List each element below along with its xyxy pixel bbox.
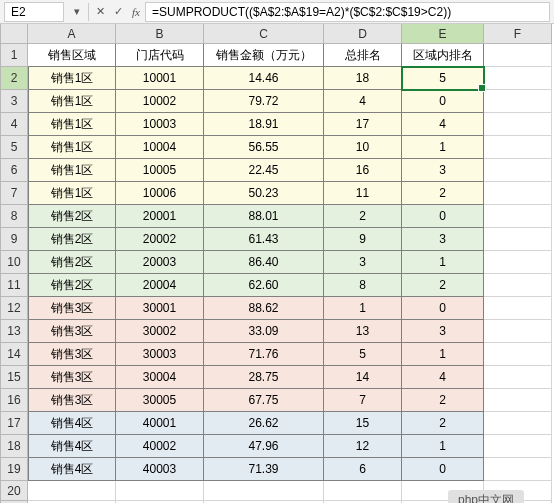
cell-C12[interactable]: 88.62: [204, 297, 324, 320]
cell-D14[interactable]: 5: [324, 343, 402, 366]
cell-B7[interactable]: 10006: [116, 182, 204, 205]
cell-A2[interactable]: 销售1区: [28, 67, 116, 90]
header-cell[interactable]: 销售金额（万元）: [204, 44, 324, 67]
cell-B8[interactable]: 20001: [116, 205, 204, 228]
cell-C9[interactable]: 61.43: [204, 228, 324, 251]
empty-cell[interactable]: [484, 159, 552, 182]
col-header-B[interactable]: B: [116, 24, 204, 44]
cell-C10[interactable]: 86.40: [204, 251, 324, 274]
cell-A4[interactable]: 销售1区: [28, 113, 116, 136]
empty-cell[interactable]: [484, 113, 552, 136]
cell-C8[interactable]: 88.01: [204, 205, 324, 228]
cell-C5[interactable]: 56.55: [204, 136, 324, 159]
empty-cell[interactable]: [484, 205, 552, 228]
col-header-F[interactable]: F: [484, 24, 552, 44]
empty-cell[interactable]: [484, 297, 552, 320]
cell-E18[interactable]: 1: [402, 435, 484, 458]
cell-E2[interactable]: 5: [402, 67, 484, 90]
name-box[interactable]: E2: [4, 2, 64, 22]
row-header[interactable]: 5: [0, 136, 28, 159]
cell-C3[interactable]: 79.72: [204, 90, 324, 113]
empty-cell[interactable]: [204, 481, 324, 501]
cell-A17[interactable]: 销售4区: [28, 412, 116, 435]
cell-B19[interactable]: 40003: [116, 458, 204, 481]
cell-E11[interactable]: 2: [402, 274, 484, 297]
row-header[interactable]: 6: [0, 159, 28, 182]
row-header[interactable]: 18: [0, 435, 28, 458]
empty-cell[interactable]: [484, 343, 552, 366]
col-header-D[interactable]: D: [324, 24, 402, 44]
empty-cell[interactable]: [484, 44, 552, 67]
cell-B9[interactable]: 20002: [116, 228, 204, 251]
header-cell[interactable]: 销售区域: [28, 44, 116, 67]
row-header[interactable]: 8: [0, 205, 28, 228]
cell-B15[interactable]: 30004: [116, 366, 204, 389]
cell-C2[interactable]: 14.46: [204, 67, 324, 90]
select-all-corner[interactable]: [0, 24, 28, 44]
cell-C6[interactable]: 22.45: [204, 159, 324, 182]
col-header-C[interactable]: C: [204, 24, 324, 44]
cell-A16[interactable]: 销售3区: [28, 389, 116, 412]
empty-cell[interactable]: [484, 366, 552, 389]
cell-B10[interactable]: 20003: [116, 251, 204, 274]
cell-E10[interactable]: 1: [402, 251, 484, 274]
cell-B4[interactable]: 10003: [116, 113, 204, 136]
cell-D9[interactable]: 9: [324, 228, 402, 251]
cell-D2[interactable]: 18: [324, 67, 402, 90]
cell-D11[interactable]: 8: [324, 274, 402, 297]
cell-A5[interactable]: 销售1区: [28, 136, 116, 159]
cell-E6[interactable]: 3: [402, 159, 484, 182]
row-header[interactable]: 12: [0, 297, 28, 320]
empty-cell[interactable]: [28, 481, 116, 501]
cell-A12[interactable]: 销售3区: [28, 297, 116, 320]
row-header[interactable]: 20: [0, 481, 28, 501]
row-header[interactable]: 10: [0, 251, 28, 274]
cell-E5[interactable]: 1: [402, 136, 484, 159]
header-cell[interactable]: 总排名: [324, 44, 402, 67]
row-header[interactable]: 19: [0, 458, 28, 481]
fx-icon[interactable]: fx: [127, 2, 145, 22]
cell-B5[interactable]: 10004: [116, 136, 204, 159]
cell-D8[interactable]: 2: [324, 205, 402, 228]
cell-D4[interactable]: 17: [324, 113, 402, 136]
cell-A3[interactable]: 销售1区: [28, 90, 116, 113]
cell-B16[interactable]: 30005: [116, 389, 204, 412]
cell-E15[interactable]: 4: [402, 366, 484, 389]
empty-cell[interactable]: [484, 389, 552, 412]
cell-C19[interactable]: 71.39: [204, 458, 324, 481]
empty-cell[interactable]: [484, 320, 552, 343]
cell-C15[interactable]: 28.75: [204, 366, 324, 389]
cell-D5[interactable]: 10: [324, 136, 402, 159]
row-header[interactable]: 13: [0, 320, 28, 343]
cell-E3[interactable]: 0: [402, 90, 484, 113]
row-header[interactable]: 9: [0, 228, 28, 251]
cell-E19[interactable]: 0: [402, 458, 484, 481]
header-cell[interactable]: 门店代码: [116, 44, 204, 67]
cell-C13[interactable]: 33.09: [204, 320, 324, 343]
cell-E7[interactable]: 2: [402, 182, 484, 205]
cell-A6[interactable]: 销售1区: [28, 159, 116, 182]
cell-E8[interactable]: 0: [402, 205, 484, 228]
cell-C7[interactable]: 50.23: [204, 182, 324, 205]
empty-cell[interactable]: [484, 136, 552, 159]
cell-E13[interactable]: 3: [402, 320, 484, 343]
row-header[interactable]: 3: [0, 90, 28, 113]
cell-B2[interactable]: 10001: [116, 67, 204, 90]
cell-E12[interactable]: 0: [402, 297, 484, 320]
cell-C4[interactable]: 18.91: [204, 113, 324, 136]
cell-B12[interactable]: 30001: [116, 297, 204, 320]
empty-cell[interactable]: [116, 481, 204, 501]
cell-B6[interactable]: 10005: [116, 159, 204, 182]
cell-A14[interactable]: 销售3区: [28, 343, 116, 366]
empty-cell[interactable]: [484, 458, 552, 481]
empty-cell[interactable]: [484, 274, 552, 297]
cell-A15[interactable]: 销售3区: [28, 366, 116, 389]
cell-A19[interactable]: 销售4区: [28, 458, 116, 481]
cell-E17[interactable]: 2: [402, 412, 484, 435]
cell-A9[interactable]: 销售2区: [28, 228, 116, 251]
row-header-1[interactable]: 1: [0, 44, 28, 67]
empty-cell[interactable]: [484, 435, 552, 458]
cell-D7[interactable]: 11: [324, 182, 402, 205]
cell-E16[interactable]: 2: [402, 389, 484, 412]
cell-C18[interactable]: 47.96: [204, 435, 324, 458]
